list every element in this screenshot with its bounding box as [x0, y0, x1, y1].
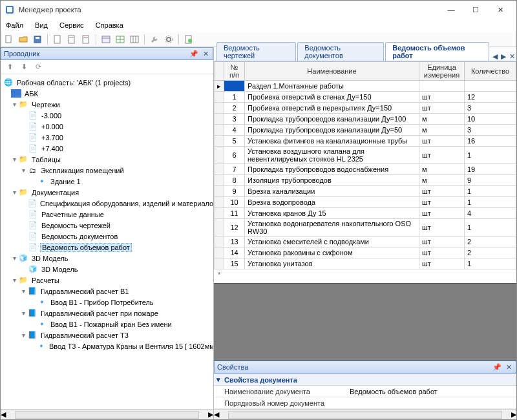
tree-doc-item[interactable]: Ведомость чертежей — [40, 222, 112, 229]
cell-unit[interactable]: м — [419, 125, 465, 136]
tree-tables[interactable]: Таблицы — [30, 156, 62, 163]
tb-doc3-icon[interactable] — [80, 34, 92, 45]
cell-unit[interactable]: шт — [419, 247, 465, 258]
tb-new-icon[interactable] — [3, 34, 15, 45]
table-row[interactable]: 13Установка смесителей с подводкамишт2 — [215, 236, 516, 247]
prop-row[interactable]: Порядковый номер документа — [214, 397, 516, 409]
tabs-close-icon[interactable]: ✕ — [508, 52, 516, 61]
tree-docs[interactable]: Документация — [30, 189, 80, 196]
tb-wrench-icon[interactable] — [149, 34, 160, 45]
cell-qty[interactable]: 1 — [465, 147, 516, 164]
cell-qty[interactable]: 1 — [465, 258, 516, 269]
cell-qty[interactable]: 12 — [465, 92, 516, 103]
cell-qty[interactable]: 3 — [465, 125, 516, 136]
tb-report-icon[interactable] — [183, 34, 195, 45]
cell-name[interactable]: Установка фитингов на канализационные тр… — [245, 136, 419, 147]
table-row[interactable]: 3Прокладка трубопроводов канализации Ду=… — [215, 114, 516, 125]
collapse-icon[interactable]: ▾ — [11, 255, 18, 262]
cell-unit[interactable]: шт — [419, 208, 465, 219]
tree-doc-item[interactable]: Ведомость документов — [40, 233, 119, 240]
tree-calc-t3[interactable]: Гидравлический расчет Т3 — [39, 331, 130, 339]
cell-unit[interactable]: шт — [419, 197, 465, 208]
tree-calc-b1[interactable]: Гидравлический расчет В1 — [39, 288, 130, 295]
cell-qty[interactable]: 1 — [465, 186, 516, 197]
menu-view[interactable]: Вид — [34, 21, 49, 30]
tree-doc-item[interactable]: Спецификация оборудования, изделий и мат… — [39, 200, 213, 207]
tree-3d[interactable]: 3D Модель — [30, 255, 70, 262]
cell-qty[interactable]: 2 — [465, 236, 516, 247]
collapse-icon[interactable]: ▾ — [20, 331, 27, 339]
tree-calcs[interactable]: Расчеты — [30, 277, 61, 284]
tree-project[interactable]: АБК — [23, 90, 39, 98]
table-row[interactable]: 4Прокладка трубопроводов канализации Ду=… — [215, 125, 516, 136]
cell-unit[interactable]: шт — [419, 258, 465, 269]
cell-unit[interactable]: м — [419, 164, 465, 175]
table-section-row[interactable]: ▸ Раздел 1.Монтажные работы — [215, 81, 516, 92]
menu-file[interactable]: Файл — [5, 21, 25, 30]
table-row[interactable]: 12Установка водонагревателя накопительно… — [215, 219, 516, 236]
table-row[interactable]: 2Пробивка отверстий в перекрытиях Ду=150… — [215, 103, 516, 114]
main-scrollbar[interactable]: ◀▶ — [214, 409, 516, 419]
table-row[interactable]: 10Врезка водопроводашт1 — [215, 197, 516, 208]
cell-qty[interactable]: 19 — [465, 164, 516, 175]
project-tree[interactable]: 🌐Рабочая область: 'АБК' (1 projects) АБК… — [1, 74, 213, 409]
tb-save-icon[interactable] — [32, 34, 43, 45]
tree-3d-item[interactable]: 3D Модель — [40, 266, 79, 273]
cell-unit[interactable]: шт — [419, 186, 465, 197]
tree-level[interactable]: +3.700 — [40, 134, 65, 142]
close-panel-icon[interactable]: ✕ — [201, 49, 210, 58]
tree-calc-b1-in[interactable]: Ввод В1 - Прибор Потребитель — [49, 299, 155, 306]
cell-num[interactable]: 11 — [224, 208, 245, 219]
cell-qty[interactable]: 1 — [465, 197, 516, 208]
tree-root[interactable]: Рабочая область: 'АБК' (1 projects) — [16, 79, 132, 87]
table-row[interactable]: 5Установка фитингов на канализационные т… — [215, 136, 516, 147]
tabs-next-icon[interactable]: ▶ — [500, 52, 508, 61]
cell-name[interactable]: Прокладка трубопроводов водоснабжения — [245, 164, 419, 175]
tb-grid-icon[interactable] — [114, 34, 126, 45]
minimize-button[interactable]: — — [439, 2, 463, 17]
nav-up-icon[interactable]: ⬆ — [5, 62, 15, 72]
cell-unit[interactable]: м — [419, 175, 465, 186]
collapse-icon[interactable]: ▾ — [20, 167, 27, 174]
cell-unit[interactable]: м — [419, 114, 465, 125]
cell-unit[interactable]: шт — [419, 92, 465, 103]
cell-name[interactable]: Прокладка трубопроводов канализации Ду=1… — [245, 114, 419, 125]
tree-level[interactable]: +7.400 — [40, 145, 65, 152]
table-row[interactable]: 15Установка унитазовшт1 — [215, 258, 516, 269]
cell-num[interactable]: 14 — [224, 247, 245, 258]
cell-name[interactable]: Врезка водопровода — [245, 197, 419, 208]
tree-calc-fire-in[interactable]: Ввод В1 - Пожарный кран Без имени — [49, 320, 173, 328]
cell-name[interactable]: Установка водонагревателя накопительного… — [245, 219, 419, 236]
cell-unit[interactable]: шт — [419, 219, 465, 236]
cell-name[interactable]: Установка воздушного клапана для невенти… — [245, 147, 419, 164]
section-cell[interactable]: Раздел 1.Монтажные работы — [245, 81, 419, 92]
tb-doc2-icon[interactable] — [66, 34, 78, 45]
tab-drawings-list[interactable]: Ведомость чертежей — [216, 42, 296, 61]
cell-num[interactable]: 10 — [224, 197, 245, 208]
grid-scroll[interactable]: № п/п Наименование Единица измерения Кол… — [214, 61, 516, 283]
table-row[interactable]: 8Изоляция трубопроводовм9 — [215, 175, 516, 186]
collapse-icon[interactable]: ▾ — [20, 288, 27, 295]
col-number[interactable]: № п/п — [224, 62, 245, 81]
tb-open-icon[interactable] — [17, 34, 29, 45]
cell-unit[interactable]: шт — [419, 236, 465, 247]
table-row[interactable]: 1Пробивка отверстий в стенах Ду=150шт12 — [215, 92, 516, 103]
tree-level[interactable]: +0.000 — [40, 123, 65, 131]
cell-name[interactable]: Установка кранов Ду 15 — [245, 208, 419, 219]
tb-props-icon[interactable] — [100, 34, 112, 45]
tb-doc1-icon[interactable] — [52, 34, 63, 45]
cell-num[interactable]: 13 — [224, 236, 245, 247]
cell-name[interactable]: Врезка канализации — [245, 186, 419, 197]
cell-num[interactable]: 1 — [224, 92, 245, 103]
nav-down-icon[interactable]: ⬇ — [19, 62, 29, 72]
cell-num[interactable]: 6 — [224, 147, 245, 164]
table-row[interactable]: 7Прокладка трубопроводов водоснабжениям1… — [215, 164, 516, 175]
cell-num[interactable]: 5 — [224, 136, 245, 147]
cell-qty[interactable]: 3 — [465, 103, 516, 114]
col-name[interactable]: Наименование — [245, 62, 419, 81]
cell-unit[interactable]: шт — [419, 136, 465, 147]
cell-num[interactable]: 7 — [224, 164, 245, 175]
collapse-icon[interactable]: ▾ — [11, 156, 18, 163]
nav-refresh-icon[interactable]: ⟳ — [33, 62, 43, 72]
cell-name[interactable]: Установка унитазов — [245, 258, 419, 269]
